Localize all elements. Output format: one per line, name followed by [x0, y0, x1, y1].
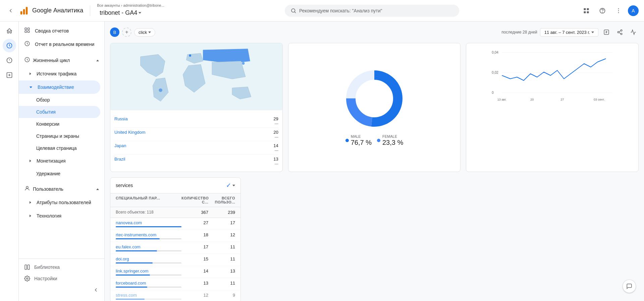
lifecycle-chevron-icon	[96, 60, 99, 61]
sidebar-sub-stranitsy[interactable]: Страницы и экраны	[19, 130, 100, 142]
male-legend: MALE 76,7 %	[345, 134, 372, 146]
filter-chip[interactable]: click	[134, 28, 155, 37]
geo-card: Russia 29 — United Kingdom 20 —	[110, 43, 283, 172]
sidebar-sub-uderzhaniye[interactable]: Удержание	[19, 168, 100, 180]
date-chevron-icon	[591, 32, 594, 33]
help-button[interactable]	[596, 4, 609, 17]
sidebar-item-svodnaya[interactable]: Сводка отчетов	[19, 24, 100, 38]
bar-2	[116, 250, 181, 251]
domain-6[interactable]: stress.com	[116, 293, 137, 298]
svg-point-27	[26, 278, 28, 280]
accounts-label: Все аккаунты › administration@tribone...	[97, 3, 164, 7]
domain-2[interactable]: eu.falex.com	[116, 244, 141, 249]
svg-rect-25	[25, 265, 26, 269]
users-3: 11	[208, 256, 235, 263]
sidebar-subgroup-interaction[interactable]: Взаимодействие	[19, 80, 100, 94]
services-title: services	[116, 183, 133, 188]
sidebar-item-settings[interactable]: Настройки	[19, 273, 104, 284]
sidebar-sub-konversii[interactable]: Конверсии	[19, 118, 100, 130]
search-placeholder: Рекомендуем поискать: "Анализ пути"	[299, 8, 382, 13]
feedback-button-area	[623, 280, 636, 293]
sidebar-group-user-header[interactable]: Пользователь	[19, 182, 104, 196]
sidebar-sub-obzor[interactable]: Обзор	[19, 94, 100, 106]
share-button[interactable]	[614, 27, 625, 38]
count-4: 14	[181, 268, 208, 276]
sidebar-subgroup-attributes[interactable]: Атрибуты пользователей	[19, 196, 104, 209]
sidebar-sub-tselevaya[interactable]: Целевая страница	[19, 142, 100, 154]
services-rows: nanovea.com 27 17 rtec-instruments.com 1…	[110, 218, 240, 301]
subgroup-left: Источник трафика	[30, 71, 76, 76]
add-comparison-button[interactable]: +	[122, 27, 131, 37]
domain-4[interactable]: link.springer.com	[116, 268, 149, 274]
lifecycle-icon	[24, 57, 30, 64]
svg-point-3	[291, 9, 295, 12]
traffic-label: Источник трафика	[37, 71, 76, 76]
svg-text:03 сент.: 03 сент.	[594, 98, 605, 101]
donut-chart	[344, 68, 405, 129]
sidebar-subgroup-tech[interactable]: Технология	[19, 209, 104, 223]
sidebar-item-library[interactable]: Библиотека	[19, 261, 104, 273]
svg-rect-13	[7, 31, 9, 33]
svg-text:0: 0	[492, 91, 494, 95]
domain-1[interactable]: rtec-instruments.com	[116, 232, 156, 237]
sidebar-group-user: Пользователь Атрибуты пользователей Техн…	[19, 182, 104, 223]
back-button[interactable]	[5, 5, 16, 16]
date-range-button[interactable]: 11 авг. – 7 сент. 2023 г.	[540, 28, 598, 37]
svg-rect-0	[20, 11, 22, 14]
sidebar-top-section: Сводка отчетов Отчет в реальном времени	[19, 21, 104, 54]
country-list: Russia 29 — United Kingdom 20 —	[110, 110, 282, 172]
count-1: 18	[181, 232, 208, 239]
bar-4	[116, 275, 181, 276]
sidebar-sub-sobytiya[interactable]: События	[19, 106, 100, 118]
interaction-chevron-icon	[30, 86, 32, 88]
col3-header: ВСЕГО ПОЛЬЗО...	[208, 196, 235, 204]
table-row: rtec-instruments.com 18 12	[110, 230, 240, 242]
topbar-left: Google Аналитика Все аккаунты › administ…	[5, 3, 164, 18]
svg-text:13 авг.: 13 авг.	[497, 98, 506, 101]
sidebar-group-lifecycle-header[interactable]: Жизненный цикл	[19, 54, 104, 67]
country-brazil: Brazil 13 —	[114, 155, 278, 168]
svg-point-10	[618, 8, 619, 9]
nav-home-button[interactable]	[3, 24, 16, 38]
sidebar-collapse-button[interactable]	[19, 284, 104, 296]
more-chart-options-button[interactable]	[628, 27, 639, 38]
google-analytics-logo	[19, 5, 30, 16]
nav-ads-button[interactable]	[3, 68, 16, 82]
users-1: 12	[208, 232, 235, 239]
comparison-badge: B	[110, 27, 119, 37]
svg-rect-5	[587, 8, 589, 10]
table-row: stress.com 12 9	[110, 290, 240, 301]
sidebar-subgroup-monetization[interactable]: Монетизация	[19, 154, 104, 168]
apps-button[interactable]	[580, 4, 593, 17]
attributes-left: Атрибуты пользователей	[30, 200, 91, 205]
property-selector[interactable]: tribonet - GA4	[97, 8, 164, 18]
sidebar-subgroup-traffic[interactable]: Источник трафика	[19, 67, 104, 80]
tech-expand-icon	[30, 215, 31, 217]
nav-realtime-button[interactable]	[3, 39, 16, 52]
domain-5[interactable]: forceboard.com	[116, 281, 146, 286]
svg-rect-7	[587, 11, 589, 13]
services-header: services ✓	[110, 178, 240, 193]
user-icon	[24, 185, 30, 193]
more-options-button[interactable]	[612, 4, 625, 17]
sidebar-item-realtime[interactable]: Отчет в реальном времени	[19, 38, 100, 51]
svg-point-24	[26, 186, 28, 188]
app-title: Google Аналитика	[32, 7, 83, 14]
domain-3[interactable]: doi.org	[116, 256, 129, 261]
users-6: 9	[208, 293, 235, 300]
customize-view-button[interactable]	[601, 27, 612, 38]
users-4: 13	[208, 268, 235, 276]
donut-svg	[344, 68, 405, 129]
svg-point-11	[618, 10, 619, 11]
domain-0[interactable]: nanovea.com	[116, 220, 142, 225]
services-chevron-icon[interactable]	[232, 185, 235, 186]
feedback-floating-button[interactable]	[623, 280, 636, 293]
search-bar[interactable]: Рекомендуем поискать: "Анализ пути"	[285, 5, 459, 17]
settings-icon	[24, 276, 30, 282]
user-avatar[interactable]: A	[628, 5, 639, 16]
account-context: Все аккаунты › administration@tribone...…	[97, 3, 164, 18]
nav-explore-button[interactable]	[3, 54, 16, 67]
tech-left: Технология	[30, 213, 61, 219]
line-chart-svg: 0,04 0,02 0 13 авг. 20 27 03 сент.	[472, 49, 633, 102]
chip-chevron-icon	[148, 32, 151, 33]
